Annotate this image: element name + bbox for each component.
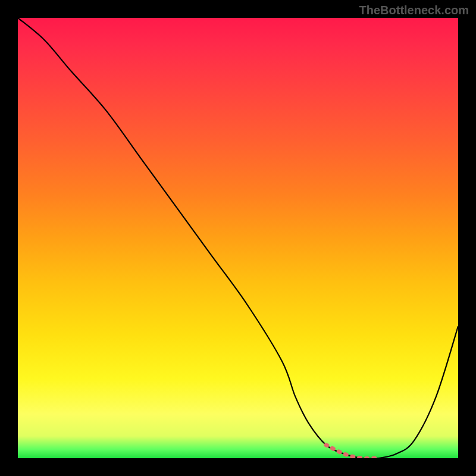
chart-svg [18, 18, 458, 458]
chart-background [18, 18, 458, 458]
watermark-text: TheBottleneck.com [359, 4, 469, 17]
bottleneck-curve [18, 18, 458, 458]
flat-region-marker [326, 445, 379, 458]
